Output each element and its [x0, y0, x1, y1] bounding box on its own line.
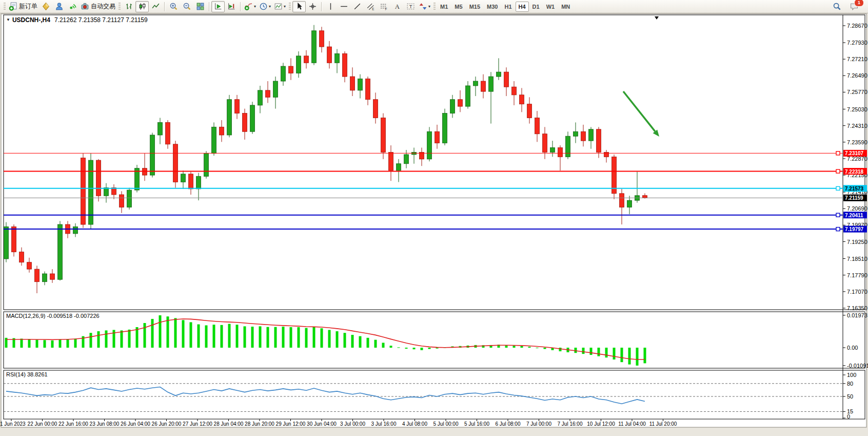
- community-button[interactable]: [52, 1, 66, 12]
- arrows-tool-button[interactable]: ▾: [417, 1, 432, 12]
- market-watch-button[interactable]: [39, 1, 52, 12]
- horizontal-line-icon: [340, 2, 348, 11]
- new-order-label: 新订单: [19, 2, 37, 11]
- fibonacci-tool-button[interactable]: F: [377, 1, 390, 12]
- toolbar-grip: [433, 3, 436, 11]
- channel-tool-button[interactable]: E: [364, 1, 377, 12]
- timeframe-button-h1[interactable]: H1: [501, 2, 515, 12]
- svg-text:7.21573: 7.21573: [845, 186, 864, 192]
- fibonacci-icon: F: [380, 2, 388, 11]
- collapse-triangle-icon[interactable]: ▼: [6, 17, 10, 22]
- market-watch-icon: [42, 2, 50, 11]
- toolbar-right-icons: 1: [830, 1, 866, 12]
- svg-text:T: T: [409, 4, 412, 9]
- zoom-out-button[interactable]: [180, 1, 193, 12]
- svg-text:7.26490: 7.26490: [847, 72, 867, 79]
- svg-text:7.21159: 7.21159: [845, 195, 863, 201]
- svg-text:F: F: [385, 7, 387, 11]
- auto-trading-label: 自动交易: [91, 2, 115, 11]
- timeframe-button-h4[interactable]: H4: [516, 2, 529, 12]
- toolbar: 新订单 自动交易 ▾: [0, 0, 868, 13]
- bar-chart-button[interactable]: [122, 1, 135, 12]
- new-order-icon: [9, 2, 17, 11]
- svg-text:7 Jul 00:00: 7 Jul 00:00: [526, 421, 551, 427]
- signals-button[interactable]: [66, 1, 79, 12]
- svg-text:0.00: 0.00: [847, 345, 858, 351]
- svg-text:10 Jul 12:00: 10 Jul 12:00: [587, 421, 615, 427]
- svg-text:80: 80: [847, 381, 853, 387]
- line-chart-icon: [151, 2, 160, 11]
- chart-shift-button[interactable]: [225, 1, 238, 12]
- notification-badge: 1: [854, 0, 864, 7]
- svg-text:7.27930: 7.27930: [847, 40, 867, 46]
- svg-text:7.23107: 7.23107: [845, 150, 864, 156]
- auto-trading-button[interactable]: 自动交易: [79, 1, 117, 12]
- rsi-indicator-label: RSI(14) 38.8261: [6, 371, 48, 377]
- tile-windows-button[interactable]: [193, 1, 207, 12]
- chevron-down-icon: ▾: [254, 4, 256, 9]
- indicators-button[interactable]: ▾: [243, 1, 258, 12]
- chart-title: ▼USDCNH-,H47.21262 7.21358 7.21127 7.211…: [6, 16, 148, 24]
- svg-text:27 Jun 12:00: 27 Jun 12:00: [183, 421, 212, 427]
- macd-indicator-label: MACD(12,26,9) -0.009518 -0.007226: [6, 313, 100, 319]
- svg-text:3 Jul 00:00: 3 Jul 00:00: [340, 421, 365, 427]
- mt4-terminal-window: { "toolbar": { "new_order_label": "新订单",…: [0, 0, 868, 436]
- svg-text:0.01973: 0.01973: [847, 312, 867, 318]
- zoom-in-button[interactable]: [167, 1, 180, 12]
- vertical-line-tool-button[interactable]: [324, 1, 337, 12]
- cursor-icon: [295, 2, 304, 11]
- text-label-tool-button[interactable]: T: [404, 1, 417, 12]
- svg-text:7.28670: 7.28670: [847, 23, 867, 29]
- crosshair-tool-button[interactable]: [306, 1, 319, 12]
- trendline-tool-button[interactable]: [350, 1, 364, 12]
- crosshair-icon: [308, 2, 317, 11]
- candlestick-chart-button[interactable]: [135, 1, 149, 12]
- timeframe-button-w1[interactable]: W1: [543, 2, 558, 12]
- line-chart-button[interactable]: [149, 1, 162, 12]
- svg-text:21 Jun 2023: 21 Jun 2023: [0, 421, 26, 427]
- timeframe-button-m30[interactable]: M30: [484, 2, 501, 12]
- candlestick-chart-icon: [138, 2, 147, 11]
- arrow-shapes-icon: [419, 2, 427, 11]
- svg-text:7.24310: 7.24310: [847, 123, 867, 129]
- timeframe-button-m5[interactable]: M5: [451, 2, 465, 12]
- svg-text:7.22318: 7.22318: [845, 169, 864, 175]
- timeframe-button-d1[interactable]: D1: [529, 2, 543, 12]
- timeframe-button-m15[interactable]: M15: [466, 2, 483, 12]
- svg-text:7.19250: 7.19250: [847, 239, 867, 245]
- auto-trading-icon: [81, 2, 89, 11]
- svg-text:11 Jul 20:00: 11 Jul 20:00: [649, 421, 677, 427]
- svg-text:100: 100: [847, 372, 856, 378]
- svg-text:7.20411: 7.20411: [845, 213, 863, 218]
- timeframe-button-mn[interactable]: MN: [558, 2, 573, 12]
- horizontal-line-tool-button[interactable]: [337, 1, 350, 12]
- new-order-button[interactable]: 新订单: [7, 1, 39, 12]
- chat-button[interactable]: 1: [847, 1, 861, 12]
- svg-text:7.17070: 7.17070: [847, 289, 867, 295]
- svg-text:7.20690: 7.20690: [847, 205, 867, 212]
- svg-text:7.25030: 7.25030: [847, 106, 867, 112]
- auto-scroll-button[interactable]: [211, 1, 225, 12]
- chart-ohlc-values: 7.21262 7.21358 7.21127 7.21159: [54, 16, 148, 24]
- zoom-out-icon: [183, 2, 191, 11]
- trendline-icon: [353, 2, 362, 11]
- cursor-tool-button[interactable]: [292, 1, 306, 12]
- svg-text:22 Jun 00:00: 22 Jun 00:00: [28, 421, 57, 427]
- svg-text:5 Jul 16:00: 5 Jul 16:00: [464, 421, 489, 427]
- price-chart-canvas[interactable]: 7.286707.279307.272107.264907.257707.250…: [0, 13, 868, 430]
- svg-text:E: E: [372, 7, 374, 11]
- text-tool-button[interactable]: A: [390, 1, 404, 12]
- toolbar-grip: [119, 3, 121, 11]
- svg-text:6 Jul 08:00: 6 Jul 08:00: [496, 421, 521, 427]
- toolbar-separator: [209, 2, 209, 11]
- svg-text:7.19797: 7.19797: [845, 226, 864, 232]
- bar-chart-icon: [125, 2, 133, 11]
- svg-text:11 Jul 04:00: 11 Jul 04:00: [618, 421, 646, 427]
- search-button[interactable]: [830, 1, 843, 12]
- periods-button[interactable]: ▾: [258, 1, 272, 12]
- timeframe-button-m1[interactable]: M1: [437, 2, 451, 12]
- svg-text:4 Jul 08:00: 4 Jul 08:00: [402, 421, 427, 427]
- templates-button[interactable]: ▾: [272, 1, 287, 12]
- svg-text:7.17790: 7.17790: [847, 272, 867, 278]
- svg-text:7.18510: 7.18510: [847, 256, 867, 262]
